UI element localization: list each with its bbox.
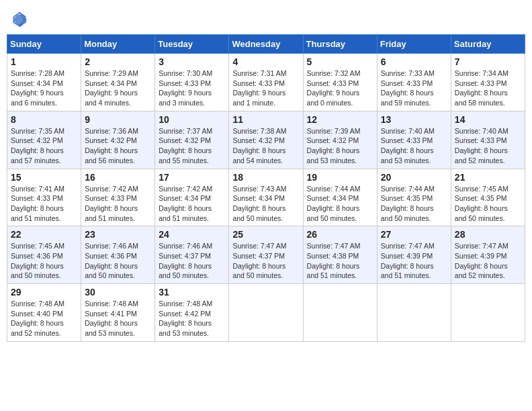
- day-info: Sunrise: 7:36 AM Sunset: 4:32 PM Dayligh…: [85, 126, 151, 166]
- day-number: 13: [381, 114, 447, 125]
- day-cell: [229, 284, 303, 342]
- day-info: Sunrise: 7:46 AM Sunset: 4:37 PM Dayligh…: [159, 241, 225, 281]
- day-number: 17: [159, 172, 225, 183]
- day-info: Sunrise: 7:48 AM Sunset: 4:42 PM Dayligh…: [159, 299, 225, 338]
- day-cell: 1Sunrise: 7:28 AM Sunset: 4:34 PM Daylig…: [7, 54, 81, 111]
- header: [7, 7, 525, 29]
- week-row-2: 8Sunrise: 7:35 AM Sunset: 4:32 PM Daylig…: [7, 111, 525, 169]
- day-info: Sunrise: 7:45 AM Sunset: 4:36 PM Dayligh…: [11, 241, 77, 281]
- day-cell: 22Sunrise: 7:45 AM Sunset: 4:36 PM Dayli…: [7, 226, 81, 284]
- weekday-friday: Friday: [377, 35, 451, 54]
- day-number: 3: [159, 56, 225, 67]
- day-info: Sunrise: 7:45 AM Sunset: 4:35 PM Dayligh…: [455, 184, 521, 224]
- weekday-sunday: Sunday: [7, 35, 81, 54]
- day-info: Sunrise: 7:41 AM Sunset: 4:33 PM Dayligh…: [11, 184, 77, 224]
- weekday-thursday: Thursday: [303, 35, 377, 54]
- day-number: 16: [85, 172, 151, 183]
- logo-icon: [10, 10, 29, 29]
- day-number: 31: [159, 287, 225, 298]
- day-number: 10: [159, 114, 225, 125]
- day-info: Sunrise: 7:42 AM Sunset: 4:33 PM Dayligh…: [85, 184, 151, 224]
- day-info: Sunrise: 7:47 AM Sunset: 4:38 PM Dayligh…: [307, 241, 373, 281]
- week-row-3: 15Sunrise: 7:41 AM Sunset: 4:33 PM Dayli…: [7, 169, 525, 226]
- day-cell: 14Sunrise: 7:40 AM Sunset: 4:33 PM Dayli…: [451, 111, 525, 169]
- day-number: 26: [307, 229, 373, 240]
- day-cell: 18Sunrise: 7:43 AM Sunset: 4:34 PM Dayli…: [229, 169, 303, 226]
- weekday-tuesday: Tuesday: [155, 35, 229, 54]
- day-number: 30: [85, 287, 151, 298]
- day-number: 21: [455, 172, 521, 183]
- day-number: 4: [232, 56, 299, 67]
- day-info: Sunrise: 7:48 AM Sunset: 4:40 PM Dayligh…: [11, 299, 77, 338]
- day-info: Sunrise: 7:35 AM Sunset: 4:32 PM Dayligh…: [11, 126, 77, 166]
- day-info: Sunrise: 7:28 AM Sunset: 4:34 PM Dayligh…: [11, 68, 77, 108]
- day-info: Sunrise: 7:34 AM Sunset: 4:33 PM Dayligh…: [455, 68, 521, 108]
- day-number: 5: [307, 56, 373, 67]
- day-number: 7: [455, 56, 521, 67]
- day-cell: 24Sunrise: 7:46 AM Sunset: 4:37 PM Dayli…: [155, 226, 229, 284]
- week-row-5: 29Sunrise: 7:48 AM Sunset: 4:40 PM Dayli…: [7, 284, 525, 342]
- day-cell: [377, 284, 451, 342]
- day-cell: 31Sunrise: 7:48 AM Sunset: 4:42 PM Dayli…: [155, 284, 229, 342]
- day-number: 23: [85, 229, 151, 240]
- day-cell: [303, 284, 377, 342]
- day-info: Sunrise: 7:47 AM Sunset: 4:39 PM Dayligh…: [381, 241, 447, 281]
- logo: [10, 10, 30, 29]
- day-cell: 30Sunrise: 7:48 AM Sunset: 4:41 PM Dayli…: [81, 284, 155, 342]
- day-cell: 19Sunrise: 7:44 AM Sunset: 4:34 PM Dayli…: [303, 169, 377, 226]
- day-number: 1: [11, 56, 77, 67]
- day-cell: [451, 284, 525, 342]
- week-row-1: 1Sunrise: 7:28 AM Sunset: 4:34 PM Daylig…: [7, 54, 525, 111]
- day-cell: 25Sunrise: 7:47 AM Sunset: 4:37 PM Dayli…: [229, 226, 303, 284]
- day-number: 29: [11, 287, 77, 298]
- day-cell: 10Sunrise: 7:37 AM Sunset: 4:32 PM Dayli…: [155, 111, 229, 169]
- day-number: 28: [455, 229, 521, 240]
- day-cell: 4Sunrise: 7:31 AM Sunset: 4:33 PM Daylig…: [229, 54, 303, 111]
- week-row-4: 22Sunrise: 7:45 AM Sunset: 4:36 PM Dayli…: [7, 226, 525, 284]
- day-number: 15: [11, 172, 77, 183]
- day-number: 25: [232, 229, 299, 240]
- day-cell: 26Sunrise: 7:47 AM Sunset: 4:38 PM Dayli…: [303, 226, 377, 284]
- day-info: Sunrise: 7:43 AM Sunset: 4:34 PM Dayligh…: [232, 184, 299, 224]
- day-cell: 5Sunrise: 7:32 AM Sunset: 4:33 PM Daylig…: [303, 54, 377, 111]
- day-info: Sunrise: 7:48 AM Sunset: 4:41 PM Dayligh…: [85, 299, 151, 338]
- day-info: Sunrise: 7:46 AM Sunset: 4:36 PM Dayligh…: [85, 241, 151, 281]
- day-number: 12: [307, 114, 373, 125]
- day-cell: 11Sunrise: 7:38 AM Sunset: 4:32 PM Dayli…: [229, 111, 303, 169]
- calendar-table: SundayMondayTuesdayWednesdayThursdayFrid…: [7, 34, 525, 342]
- day-cell: 23Sunrise: 7:46 AM Sunset: 4:36 PM Dayli…: [81, 226, 155, 284]
- day-info: Sunrise: 7:37 AM Sunset: 4:32 PM Dayligh…: [159, 126, 225, 166]
- day-info: Sunrise: 7:33 AM Sunset: 4:33 PM Dayligh…: [381, 68, 447, 108]
- day-cell: 21Sunrise: 7:45 AM Sunset: 4:35 PM Dayli…: [451, 169, 525, 226]
- day-number: 19: [307, 172, 373, 183]
- day-cell: 27Sunrise: 7:47 AM Sunset: 4:39 PM Dayli…: [377, 226, 451, 284]
- day-info: Sunrise: 7:44 AM Sunset: 4:34 PM Dayligh…: [307, 184, 373, 224]
- day-cell: 29Sunrise: 7:48 AM Sunset: 4:40 PM Dayli…: [7, 284, 81, 342]
- day-number: 20: [381, 172, 447, 183]
- day-info: Sunrise: 7:42 AM Sunset: 4:34 PM Dayligh…: [159, 184, 225, 224]
- day-cell: 6Sunrise: 7:33 AM Sunset: 4:33 PM Daylig…: [377, 54, 451, 111]
- day-number: 11: [232, 114, 299, 125]
- day-info: Sunrise: 7:39 AM Sunset: 4:32 PM Dayligh…: [307, 126, 373, 166]
- day-cell: 16Sunrise: 7:42 AM Sunset: 4:33 PM Dayli…: [81, 169, 155, 226]
- day-info: Sunrise: 7:38 AM Sunset: 4:32 PM Dayligh…: [232, 126, 299, 166]
- day-info: Sunrise: 7:29 AM Sunset: 4:34 PM Dayligh…: [85, 68, 151, 108]
- day-number: 2: [85, 56, 151, 67]
- day-info: Sunrise: 7:44 AM Sunset: 4:35 PM Dayligh…: [381, 184, 447, 224]
- day-info: Sunrise: 7:40 AM Sunset: 4:33 PM Dayligh…: [381, 126, 447, 166]
- day-cell: 12Sunrise: 7:39 AM Sunset: 4:32 PM Dayli…: [303, 111, 377, 169]
- day-cell: 9Sunrise: 7:36 AM Sunset: 4:32 PM Daylig…: [81, 111, 155, 169]
- day-cell: 13Sunrise: 7:40 AM Sunset: 4:33 PM Dayli…: [377, 111, 451, 169]
- day-cell: 17Sunrise: 7:42 AM Sunset: 4:34 PM Dayli…: [155, 169, 229, 226]
- day-info: Sunrise: 7:47 AM Sunset: 4:39 PM Dayligh…: [455, 241, 521, 281]
- day-number: 22: [11, 229, 77, 240]
- day-cell: 3Sunrise: 7:30 AM Sunset: 4:33 PM Daylig…: [155, 54, 229, 111]
- day-number: 27: [381, 229, 447, 240]
- day-number: 18: [232, 172, 299, 183]
- weekday-header-row: SundayMondayTuesdayWednesdayThursdayFrid…: [7, 35, 525, 54]
- day-info: Sunrise: 7:31 AM Sunset: 4:33 PM Dayligh…: [232, 68, 299, 108]
- weekday-monday: Monday: [81, 35, 155, 54]
- day-cell: 7Sunrise: 7:34 AM Sunset: 4:33 PM Daylig…: [451, 54, 525, 111]
- weekday-wednesday: Wednesday: [229, 35, 303, 54]
- day-info: Sunrise: 7:30 AM Sunset: 4:33 PM Dayligh…: [159, 68, 225, 108]
